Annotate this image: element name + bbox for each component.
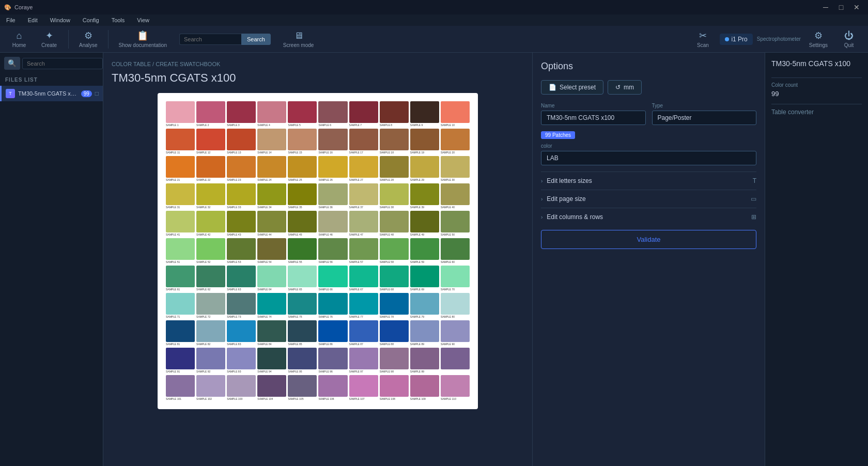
edit-columns-expandable[interactable]: › Edit columns & rows ⊞: [541, 208, 756, 226]
swatch-color: [318, 293, 347, 315]
titlebar-controls[interactable]: ─ □ ✕: [818, 0, 864, 14]
swatch-cell: SAMPLE 71: [166, 293, 195, 319]
menu-window[interactable]: Window: [48, 16, 72, 24]
swatch-cell: SAMPLE 69: [410, 266, 439, 291]
menu-file[interactable]: File: [4, 16, 18, 24]
maximize-button[interactable]: □: [834, 0, 848, 14]
swatch-color: [441, 211, 470, 232]
name-input[interactable]: [541, 111, 646, 125]
swatch-color: [441, 129, 470, 150]
swatch-color: [166, 293, 195, 315]
swatch-color: [380, 156, 409, 178]
swatch-cell: SAMPLE 89: [410, 320, 439, 346]
swatch-color: [441, 348, 470, 369]
swatch-cell: SAMPLE 92: [196, 348, 225, 374]
spectrophotometer-button[interactable]: i1 Pro: [720, 34, 752, 45]
swatch-label: SAMPLE 48: [380, 232, 409, 237]
swatch-label: SAMPLE 70: [441, 287, 470, 291]
swatch-cell: SAMPLE 66: [318, 266, 347, 291]
menu-view[interactable]: View: [135, 16, 151, 24]
close-button[interactable]: ✕: [849, 0, 864, 14]
swatch-label: SAMPLE 31: [166, 205, 195, 209]
menu-edit[interactable]: Edit: [26, 16, 40, 24]
toolbar-settings[interactable]: ⚙ Settings: [805, 28, 832, 50]
swatch-label: SAMPLE 44: [257, 232, 286, 237]
swatch-cell: SAMPLE 96: [318, 348, 347, 374]
edit-columns-label: Edit columns & rows: [547, 213, 603, 221]
swatch-color: [288, 266, 317, 287]
swatch-label: SAMPLE 66: [318, 287, 347, 291]
create-label: Create: [41, 42, 57, 48]
swatch-label: SAMPLE 45: [288, 232, 317, 237]
swatch-color: [318, 101, 347, 123]
toolbar-analyse[interactable]: ⚙ Analyse: [75, 28, 102, 50]
swatch-color: [410, 375, 439, 397]
file-count: 99: [81, 90, 92, 97]
toolbar-home[interactable]: ⌂ Home: [6, 28, 32, 50]
swatch-cell: SAMPLE 27: [349, 156, 378, 182]
settings-label: Settings: [809, 42, 828, 48]
minimize-button[interactable]: ─: [818, 0, 833, 14]
swatch-cell: SAMPLE 30: [441, 156, 470, 182]
toolbar-show-docs[interactable]: 📋 Show documentation: [115, 28, 171, 50]
swatch-cell: SAMPLE 16: [318, 129, 347, 154]
swatch-label: SAMPLE 82: [196, 342, 225, 346]
mm-icon: ↺: [615, 84, 621, 91]
swatch-label: SAMPLE 43: [227, 232, 256, 237]
swatch-color: [288, 293, 317, 315]
swatch-color: [227, 348, 256, 369]
swatch-color: [288, 156, 317, 178]
swatch-cell: SAMPLE 82: [196, 320, 225, 346]
swatch-cell: SAMPLE 45: [288, 211, 317, 237]
swatch-label: SAMPLE 106: [318, 397, 347, 401]
breadcrumb-create-swatchbook[interactable]: CREATE SWATCHBOOK: [156, 61, 220, 67]
edit-letters-label: Edit letters sizes: [547, 177, 592, 184]
toolbar-screen-mode[interactable]: 🖥 Screen mode: [279, 28, 318, 50]
swatch-cell: SAMPLE 108: [380, 375, 409, 401]
breadcrumb-color-table[interactable]: COLOR TABLE: [112, 61, 151, 67]
edit-page-expandable[interactable]: › Edit page size ▭: [541, 190, 756, 208]
swatch-color: [257, 348, 286, 369]
toolbar-create[interactable]: ✦ Create: [36, 28, 62, 50]
edit-letters-expandable[interactable]: › Edit letters sizes T: [541, 172, 756, 190]
swatch-label: SAMPLE 35: [288, 205, 317, 209]
swatch-color: [288, 348, 317, 369]
swatch-color: [166, 101, 195, 123]
swatch-label: SAMPLE 41: [166, 232, 195, 237]
type-select[interactable]: Page/Poster: [652, 111, 757, 125]
toolbar-quit[interactable]: ⏻ Quit: [836, 28, 862, 50]
file-delete-button[interactable]: □: [95, 90, 99, 97]
swatch-cell: SAMPLE 68: [380, 266, 409, 291]
page-title: TM30-5nm CGATS x100: [112, 71, 524, 85]
right-panel-title: TM30-5nm CGATS x100: [771, 59, 862, 69]
swatch-label: SAMPLE 76: [318, 315, 347, 319]
table-converter-link[interactable]: Table converter: [771, 108, 862, 116]
color-input[interactable]: [541, 151, 756, 165]
swatch-cell: SAMPLE 9: [410, 101, 439, 127]
mm-button[interactable]: ↺ mm: [608, 80, 642, 95]
swatch-color: [349, 101, 378, 123]
swatch-label: SAMPLE 59: [410, 260, 439, 264]
badge-label: 99 Patches: [541, 131, 575, 139]
sidebar-search-icon-button[interactable]: 🔍: [4, 57, 20, 70]
swatch-cell: SAMPLE 99: [410, 348, 439, 374]
swatch-color: [349, 293, 378, 315]
swatch-color: [196, 101, 225, 123]
swatch-label: SAMPLE 95: [288, 369, 317, 374]
app-icon: 🎨: [4, 4, 11, 11]
right-panel: TM30-5nm CGATS x100 Color count 99 Table…: [765, 53, 868, 466]
menu-tools[interactable]: Tools: [110, 16, 127, 24]
swatch-label: SAMPLE 9: [410, 123, 439, 127]
file-item[interactable]: T TM30-5nm CGATS x1... 99 □: [0, 86, 103, 101]
validate-button[interactable]: Validate: [541, 230, 756, 249]
search-input[interactable]: [179, 34, 241, 45]
search-button[interactable]: Search: [241, 34, 271, 45]
swatch-label: SAMPLE 49: [410, 232, 439, 237]
sidebar-search-input[interactable]: [22, 58, 103, 69]
toolbar-scan[interactable]: ✂ Scan: [690, 28, 716, 50]
menu-config[interactable]: Config: [81, 16, 101, 24]
swatch-color: [288, 129, 317, 150]
select-preset-button[interactable]: 📄 Select preset: [541, 80, 603, 95]
swatch-cell: SAMPLE 101: [166, 375, 195, 401]
swatch-cell: SAMPLE 59: [410, 238, 439, 264]
